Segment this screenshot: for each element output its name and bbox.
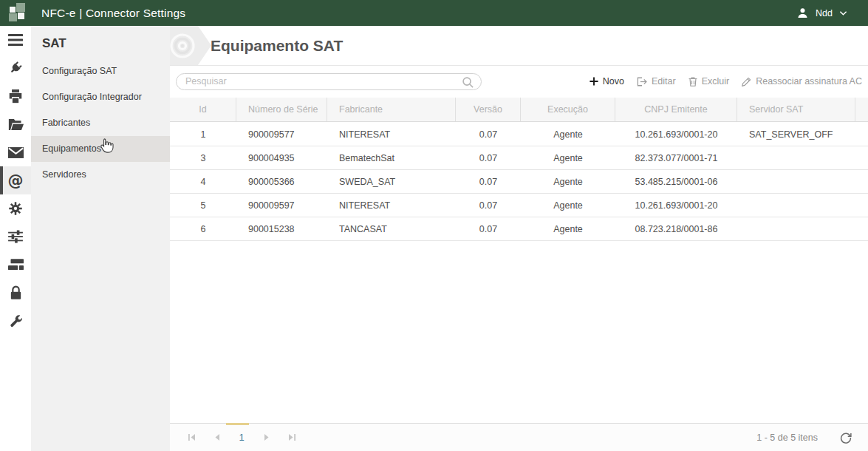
table-cell: 0.07 (456, 170, 521, 193)
nav-item-mail[interactable] (0, 138, 31, 166)
pagination-bar: 1 1 - 5 de 5 itens (170, 423, 868, 451)
current-page-number: 1 (239, 432, 244, 443)
first-page-button[interactable] (179, 433, 204, 441)
column-header[interactable]: Versão (456, 98, 521, 121)
sidebar-sat: SAT Configuração SAT Configuração Integr… (31, 26, 170, 451)
delete-button[interactable]: Excluir (688, 76, 730, 87)
table-cell: TANCASAT (327, 217, 456, 240)
sidebar-item-servidores[interactable]: Servidores (31, 162, 170, 188)
next-page-icon (264, 433, 270, 441)
pager-status: 1 - 5 de 5 itens (756, 432, 852, 444)
table-cell: 1 (170, 123, 236, 146)
sidebar-item-configuracao-sat[interactable]: Configuração SAT (31, 58, 170, 84)
action-buttons: Novo Editar Excluir (590, 76, 862, 87)
sidebar-item-configuracao-integrador[interactable]: Configuração Integrador (31, 84, 170, 110)
trash-icon (688, 77, 697, 87)
page-number-button[interactable]: 1 (229, 432, 254, 443)
pencil-icon (742, 77, 751, 87)
table-cell: 0.07 (456, 123, 521, 146)
nav-item-printers[interactable] (0, 82, 31, 110)
edit-button[interactable]: Editar (637, 76, 676, 87)
table-cell: NITERESAT (327, 194, 456, 217)
search-input[interactable] (185, 76, 466, 87)
nav-item-security[interactable] (0, 279, 31, 307)
nav-item-nfce[interactable]: @ (0, 166, 31, 194)
column-header-filler (855, 98, 868, 121)
page-banner: Equipamento SAT (170, 26, 868, 66)
table-body: 1900009577NITERESAT0.07Agente10.261.693/… (170, 123, 868, 241)
plug-icon (8, 61, 23, 75)
table-cell: BematechSat (327, 146, 456, 169)
nav-item-preferences[interactable] (0, 223, 31, 251)
column-header[interactable]: Id (170, 98, 236, 121)
column-header[interactable]: Fabricante (327, 98, 456, 121)
chevron-down-icon (839, 10, 847, 16)
user-menu[interactable]: Ndd (796, 0, 847, 26)
previous-page-button[interactable] (204, 433, 229, 441)
table-cell (737, 194, 855, 217)
table-cell: 10.261.693/0001-20 (615, 123, 737, 146)
table-row[interactable]: 5900009597NITERESAT0.07Agente10.261.693/… (170, 194, 868, 217)
pager-controls: 1 (179, 432, 304, 443)
sidebar-item-fabricantes[interactable]: Fabricantes (31, 110, 170, 136)
last-page-button[interactable] (279, 433, 304, 441)
table-row[interactable]: 3900004935BematechSat0.07Agente82.373.07… (170, 146, 868, 170)
user-icon (796, 7, 809, 19)
nav-item-settings[interactable] (0, 194, 31, 223)
nav-item-files[interactable] (0, 110, 31, 138)
nav-item-connector[interactable] (0, 54, 31, 82)
wrench-icon (9, 314, 23, 328)
nav-item-servers[interactable] (0, 251, 31, 279)
table-row[interactable]: 1900009577NITERESAT0.07Agente10.261.693/… (170, 123, 868, 146)
table-row[interactable]: 6900015238TANCASAT0.07Agente08.723.218/0… (170, 217, 868, 241)
search-box (176, 73, 482, 90)
table-cell: 4 (170, 170, 236, 193)
table-cell: SWEDA_SAT (327, 170, 456, 193)
table-cell: 5 (170, 194, 236, 217)
column-header[interactable]: Execução (521, 98, 615, 121)
folder-open-icon (8, 118, 24, 131)
items-count-label: 1 - 5 de 5 itens (756, 433, 818, 443)
table-cell: 3 (170, 146, 236, 169)
edit-arrow-icon (637, 77, 647, 87)
main-content: Equipamento SAT Novo (170, 26, 868, 451)
current-page-indicator (226, 423, 249, 425)
reassign-signature-button[interactable]: Reassociar assinatura AC (742, 76, 862, 87)
plus-icon (590, 77, 598, 86)
table-cell (737, 217, 855, 240)
column-header[interactable]: Servidor SAT (737, 98, 855, 121)
user-name: Ndd (816, 8, 833, 18)
table-cell: Agente (521, 170, 615, 193)
nav-item-tools[interactable] (0, 307, 31, 335)
table-cell (737, 146, 855, 169)
mail-icon (8, 147, 24, 158)
table-cell: 0.07 (456, 146, 521, 169)
new-button[interactable]: Novo (590, 76, 624, 87)
sidebar-item-equipamentos[interactable]: Equipamentos (31, 136, 170, 162)
table-cell: 0.07 (456, 194, 521, 217)
concentric-rings-icon (170, 32, 198, 60)
previous-page-icon (213, 433, 220, 441)
next-page-button[interactable] (254, 433, 279, 441)
column-header[interactable]: Número de Série (236, 98, 327, 121)
table-cell: SAT_SERVER_OFF (737, 123, 855, 146)
menu-toggle-button[interactable] (0, 26, 31, 54)
table-cell: Agente (521, 123, 615, 146)
page-title: Equipamento SAT (211, 26, 343, 65)
app-logo-icon (0, 0, 30, 26)
table-header: IdNúmero de SérieFabricanteVersãoExecuçã… (170, 98, 868, 122)
hamburger-icon (8, 34, 23, 46)
sliders-icon (8, 230, 23, 243)
table-cell: 10.261.693/0001-20 (615, 194, 737, 217)
toolbar: Novo Editar Excluir (170, 72, 868, 91)
search-icon (462, 76, 474, 89)
table-cell: 900005366 (236, 170, 327, 193)
last-page-icon (288, 433, 296, 441)
table-row[interactable]: 4900005366SWEDA_SAT0.07Agente53.485.215/… (170, 170, 868, 194)
table-cell: 6 (170, 217, 236, 240)
at-sign-icon: @ (8, 172, 24, 189)
table-cell: 53.485.215/0001-06 (615, 170, 737, 193)
column-header[interactable]: CNPJ Emitente (615, 98, 737, 121)
refresh-icon[interactable] (840, 432, 852, 444)
gear-icon (8, 201, 23, 216)
